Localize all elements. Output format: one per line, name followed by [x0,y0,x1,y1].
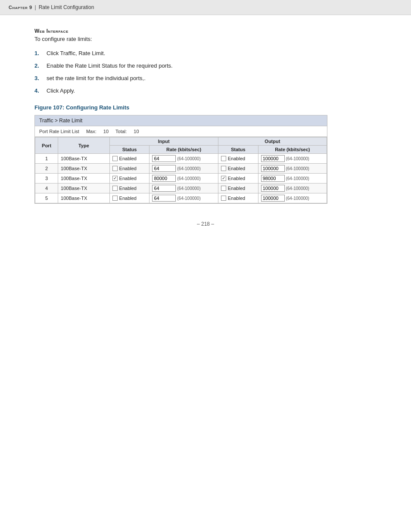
cell-output-rate: (64-100000) [258,174,327,184]
input-enabled-checkbox[interactable] [112,166,118,171]
input-enabled-checkbox[interactable] [112,156,118,161]
input-rate-range: (64-100000) [176,186,200,191]
cell-input-rate: (64-100000) [149,193,218,203]
step-3-text: set the rate limit for the individual po… [47,75,377,81]
header-separator: | [35,4,36,10]
input-rate-range: (64-100000) [176,196,200,201]
table-row: 3100Base-TXEnabled (64-100000)Enabled (6… [35,174,327,184]
input-enabled-label: Enabled [119,196,137,201]
step-3-number: 3. [34,75,47,81]
input-rate-field[interactable] [152,195,176,202]
step-1-number: 1. [34,50,47,56]
cell-input-rate: (64-100000) [149,154,218,164]
output-rate-range: (64-100000) [285,186,309,191]
cell-output-rate: (64-100000) [258,164,327,174]
port-list-max-value: 10 [103,129,109,134]
col-header-type: Type [58,137,109,154]
cell-output-status[interactable]: Enabled [218,174,258,184]
cell-output-rate: (64-100000) [258,193,327,203]
cell-port: 5 [35,193,58,203]
output-rate-field[interactable] [261,155,285,162]
output-rate-field[interactable] [261,185,285,192]
cell-output-rate: (64-100000) [258,154,327,164]
step-1: 1. Click Traffic, Rate Limit. [34,50,377,56]
cell-output-status[interactable]: Enabled [218,184,258,193]
output-enabled-label: Enabled [228,156,245,161]
cell-port: 2 [35,164,58,174]
input-enabled-checkbox[interactable] [112,186,118,191]
port-list-total-label: Total: [115,129,127,134]
cell-port: 4 [35,184,58,193]
output-rate-range: (64-100000) [285,166,309,171]
cell-type: 100Base-TX [58,184,109,193]
cell-output-status[interactable]: Enabled [218,164,258,174]
cell-input-status[interactable]: Enabled [109,184,149,193]
port-list-max-label: Max: [86,129,97,134]
cell-type: 100Base-TX [58,193,109,203]
step-3: 3. set the rate limit for the individual… [34,75,377,81]
col-header-output: Output [218,137,327,146]
cell-type: 100Base-TX [58,174,109,184]
output-rate-field[interactable] [261,175,285,182]
col-header-port: Port [35,137,58,154]
step-2-number: 2. [34,62,47,69]
col-header-input-rate: Rate (kbits/sec) [149,146,218,154]
cell-type: 100Base-TX [58,154,109,164]
col-header-input-status: Status [109,146,149,154]
chapter-label: Chapter 9 [9,5,32,10]
port-list-total-value: 10 [134,129,139,134]
output-rate-field[interactable] [261,195,285,202]
output-enabled-label: Enabled [228,196,245,201]
cell-port: 3 [35,174,58,184]
step-4: 4. Click Apply. [34,87,377,94]
input-rate-field[interactable] [152,165,176,172]
figure-caption: Figure 107: Configuring Rate Limits [34,104,377,111]
input-enabled-checkbox[interactable] [112,196,118,201]
output-rate-field[interactable] [261,165,285,172]
step-4-text: Click Apply. [47,87,377,94]
port-list-label: Port Rate Limit List [39,129,79,134]
cell-output-status[interactable]: Enabled [218,154,258,164]
cell-input-status[interactable]: Enabled [109,193,149,203]
step-4-number: 4. [34,87,47,94]
input-rate-range: (64-100000) [176,176,200,181]
input-enabled-checkbox[interactable] [112,176,118,181]
output-enabled-checkbox[interactable] [221,166,226,171]
input-enabled-label: Enabled [119,156,137,161]
input-rate-field[interactable] [152,185,176,192]
input-enabled-label: Enabled [119,166,137,171]
cell-port: 1 [35,154,58,164]
output-enabled-checkbox[interactable] [221,186,226,191]
output-enabled-label: Enabled [228,186,245,191]
input-rate-field[interactable] [152,155,176,162]
input-rate-field[interactable] [152,175,176,182]
input-rate-range: (64-100000) [176,166,200,171]
cell-type: 100Base-TX [58,164,109,174]
output-rate-range: (64-100000) [285,196,309,201]
table-row: 1100Base-TXEnabled (64-100000)Enabled (6… [35,154,327,164]
output-enabled-checkbox[interactable] [221,156,226,161]
step-1-text: Click Traffic, Rate Limit. [47,50,377,56]
col-header-input: Input [109,137,218,146]
rate-table: Port Type Input Output Status Rate (kbit… [35,137,327,203]
rate-limit-table-container: Traffic > Rate Limit Port Rate Limit Lis… [34,115,327,204]
col-header-output-rate: Rate (kbits/sec) [258,146,327,154]
cell-input-rate: (64-100000) [149,184,218,193]
traffic-path: Traffic > Rate Limit [35,115,327,126]
cell-output-status[interactable]: Enabled [218,193,258,203]
step-2: 2. Enable the Rate Limit Status for the … [34,62,377,69]
table-row: 4100Base-TXEnabled (64-100000)Enabled (6… [35,184,327,193]
output-rate-range: (64-100000) [285,176,309,181]
input-enabled-label: Enabled [119,186,137,191]
output-enabled-checkbox[interactable] [221,196,226,201]
cell-input-rate: (64-100000) [149,164,218,174]
cell-input-status[interactable]: Enabled [109,174,149,184]
cell-input-status[interactable]: Enabled [109,164,149,174]
output-rate-range: (64-100000) [285,156,309,161]
page-footer: – 218 – [34,221,377,236]
output-enabled-checkbox[interactable] [221,176,226,181]
cell-input-rate: (64-100000) [149,174,218,184]
main-content: Web Interface To configure rate limits: … [0,15,411,253]
cell-input-status[interactable]: Enabled [109,154,149,164]
output-enabled-label: Enabled [228,176,245,181]
